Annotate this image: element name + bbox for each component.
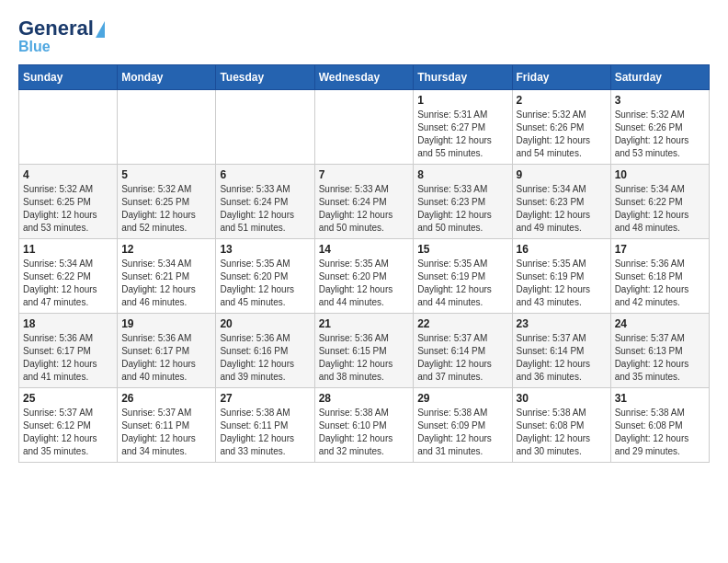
day-number: 8 — [417, 168, 507, 181]
calendar-cell: 19Sunrise: 5:36 AM Sunset: 6:17 PM Dayli… — [118, 314, 216, 388]
day-info: Sunrise: 5:32 AM Sunset: 6:25 PM Dayligh… — [121, 183, 211, 235]
day-info: Sunrise: 5:33 AM Sunset: 6:23 PM Dayligh… — [417, 183, 507, 235]
calendar-cell — [216, 90, 314, 165]
logo-blue: Blue — [18, 39, 51, 55]
logo-triangle-icon — [96, 21, 105, 38]
day-info: Sunrise: 5:36 AM Sunset: 6:15 PM Dayligh… — [319, 332, 410, 384]
calendar-cell: 31Sunrise: 5:38 AM Sunset: 6:08 PM Dayli… — [610, 388, 709, 463]
calendar-week-2: 4Sunrise: 5:32 AM Sunset: 6:25 PM Daylig… — [19, 165, 710, 239]
day-number: 19 — [121, 317, 211, 330]
day-number: 17 — [615, 243, 705, 256]
calendar-cell — [118, 90, 216, 165]
calendar-header-row: SundayMondayTuesdayWednesdayThursdayFrid… — [19, 65, 710, 90]
day-number: 6 — [220, 168, 310, 181]
calendar-week-4: 18Sunrise: 5:36 AM Sunset: 6:17 PM Dayli… — [19, 314, 710, 388]
calendar-cell: 27Sunrise: 5:38 AM Sunset: 6:11 PM Dayli… — [216, 388, 314, 463]
day-info: Sunrise: 5:38 AM Sunset: 6:10 PM Dayligh… — [319, 407, 410, 458]
day-info: Sunrise: 5:38 AM Sunset: 6:11 PM Dayligh… — [220, 407, 310, 458]
calendar-week-5: 25Sunrise: 5:37 AM Sunset: 6:12 PM Dayli… — [19, 388, 710, 463]
day-info: Sunrise: 5:37 AM Sunset: 6:13 PM Dayligh… — [615, 332, 705, 384]
day-number: 21 — [319, 317, 410, 330]
day-info: Sunrise: 5:34 AM Sunset: 6:22 PM Dayligh… — [615, 183, 705, 235]
day-number: 4 — [23, 168, 113, 181]
header-wednesday: Wednesday — [314, 65, 414, 90]
day-info: Sunrise: 5:34 AM Sunset: 6:22 PM Dayligh… — [23, 258, 113, 309]
calendar-cell: 8Sunrise: 5:33 AM Sunset: 6:23 PM Daylig… — [414, 165, 512, 239]
calendar-cell: 20Sunrise: 5:36 AM Sunset: 6:16 PM Dayli… — [216, 314, 314, 388]
calendar-cell: 2Sunrise: 5:32 AM Sunset: 6:26 PM Daylig… — [512, 90, 610, 165]
header-sunday: Sunday — [19, 65, 118, 90]
day-info: Sunrise: 5:32 AM Sunset: 6:25 PM Dayligh… — [23, 183, 113, 235]
calendar-cell: 12Sunrise: 5:34 AM Sunset: 6:21 PM Dayli… — [118, 239, 216, 314]
day-number: 1 — [417, 94, 507, 107]
day-number: 24 — [615, 317, 705, 330]
calendar-cell: 25Sunrise: 5:37 AM Sunset: 6:12 PM Dayli… — [19, 388, 118, 463]
calendar-cell: 21Sunrise: 5:36 AM Sunset: 6:15 PM Dayli… — [314, 314, 414, 388]
day-info: Sunrise: 5:36 AM Sunset: 6:16 PM Dayligh… — [220, 332, 310, 384]
calendar-cell: 5Sunrise: 5:32 AM Sunset: 6:25 PM Daylig… — [118, 165, 216, 239]
day-info: Sunrise: 5:36 AM Sunset: 6:17 PM Dayligh… — [121, 332, 211, 384]
calendar-cell: 30Sunrise: 5:38 AM Sunset: 6:08 PM Dayli… — [512, 388, 610, 463]
day-number: 27 — [220, 392, 310, 405]
day-number: 2 — [517, 94, 607, 107]
logo-general: General — [18, 18, 94, 39]
day-info: Sunrise: 5:33 AM Sunset: 6:24 PM Dayligh… — [319, 183, 410, 235]
calendar-cell: 15Sunrise: 5:35 AM Sunset: 6:19 PM Dayli… — [414, 239, 512, 314]
header-thursday: Thursday — [414, 65, 512, 90]
calendar-cell: 26Sunrise: 5:37 AM Sunset: 6:11 PM Dayli… — [118, 388, 216, 463]
calendar-cell: 3Sunrise: 5:32 AM Sunset: 6:26 PM Daylig… — [610, 90, 709, 165]
calendar-table: SundayMondayTuesdayWednesdayThursdayFrid… — [18, 64, 710, 463]
day-number: 22 — [417, 317, 507, 330]
calendar-cell: 13Sunrise: 5:35 AM Sunset: 6:20 PM Dayli… — [216, 239, 314, 314]
calendar-cell: 16Sunrise: 5:35 AM Sunset: 6:19 PM Dayli… — [512, 239, 610, 314]
calendar-cell: 9Sunrise: 5:34 AM Sunset: 6:23 PM Daylig… — [512, 165, 610, 239]
day-number: 29 — [417, 392, 507, 405]
header-saturday: Saturday — [610, 65, 709, 90]
day-info: Sunrise: 5:37 AM Sunset: 6:11 PM Dayligh… — [121, 407, 211, 458]
day-number: 5 — [121, 168, 211, 181]
day-number: 12 — [121, 243, 211, 256]
day-number: 30 — [517, 392, 607, 405]
day-number: 9 — [517, 168, 607, 181]
day-number: 25 — [23, 392, 113, 405]
day-number: 11 — [23, 243, 113, 256]
calendar-cell: 29Sunrise: 5:38 AM Sunset: 6:09 PM Dayli… — [414, 388, 512, 463]
day-number: 26 — [121, 392, 211, 405]
calendar-cell: 14Sunrise: 5:35 AM Sunset: 6:20 PM Dayli… — [314, 239, 414, 314]
day-info: Sunrise: 5:35 AM Sunset: 6:19 PM Dayligh… — [517, 258, 607, 309]
calendar-cell: 6Sunrise: 5:33 AM Sunset: 6:24 PM Daylig… — [216, 165, 314, 239]
header-tuesday: Tuesday — [216, 65, 314, 90]
day-info: Sunrise: 5:38 AM Sunset: 6:09 PM Dayligh… — [417, 407, 507, 458]
calendar-cell: 18Sunrise: 5:36 AM Sunset: 6:17 PM Dayli… — [19, 314, 118, 388]
day-info: Sunrise: 5:31 AM Sunset: 6:27 PM Dayligh… — [417, 109, 507, 160]
calendar-cell: 23Sunrise: 5:37 AM Sunset: 6:14 PM Dayli… — [512, 314, 610, 388]
day-number: 13 — [220, 243, 310, 256]
logo: General Blue — [18, 18, 105, 55]
header-friday: Friday — [512, 65, 610, 90]
calendar-cell — [19, 90, 118, 165]
day-number: 18 — [23, 317, 113, 330]
calendar-cell — [314, 90, 414, 165]
day-info: Sunrise: 5:36 AM Sunset: 6:17 PM Dayligh… — [23, 332, 113, 384]
header-monday: Monday — [118, 65, 216, 90]
day-info: Sunrise: 5:35 AM Sunset: 6:20 PM Dayligh… — [319, 258, 410, 309]
day-info: Sunrise: 5:37 AM Sunset: 6:14 PM Dayligh… — [417, 332, 507, 384]
day-info: Sunrise: 5:38 AM Sunset: 6:08 PM Dayligh… — [517, 407, 607, 458]
day-number: 15 — [417, 243, 507, 256]
day-info: Sunrise: 5:32 AM Sunset: 6:26 PM Dayligh… — [615, 109, 705, 160]
day-info: Sunrise: 5:36 AM Sunset: 6:18 PM Dayligh… — [615, 258, 705, 309]
day-info: Sunrise: 5:34 AM Sunset: 6:23 PM Dayligh… — [517, 183, 607, 235]
calendar-cell: 28Sunrise: 5:38 AM Sunset: 6:10 PM Dayli… — [314, 388, 414, 463]
day-number: 28 — [319, 392, 410, 405]
calendar-cell: 1Sunrise: 5:31 AM Sunset: 6:27 PM Daylig… — [414, 90, 512, 165]
calendar-cell: 11Sunrise: 5:34 AM Sunset: 6:22 PM Dayli… — [19, 239, 118, 314]
calendar-week-1: 1Sunrise: 5:31 AM Sunset: 6:27 PM Daylig… — [19, 90, 710, 165]
day-info: Sunrise: 5:33 AM Sunset: 6:24 PM Dayligh… — [220, 183, 310, 235]
calendar-cell: 4Sunrise: 5:32 AM Sunset: 6:25 PM Daylig… — [19, 165, 118, 239]
calendar-cell: 10Sunrise: 5:34 AM Sunset: 6:22 PM Dayli… — [610, 165, 709, 239]
calendar-cell: 24Sunrise: 5:37 AM Sunset: 6:13 PM Dayli… — [610, 314, 709, 388]
page-header: General Blue — [18, 18, 710, 55]
day-info: Sunrise: 5:37 AM Sunset: 6:12 PM Dayligh… — [23, 407, 113, 458]
calendar-cell: 7Sunrise: 5:33 AM Sunset: 6:24 PM Daylig… — [314, 165, 414, 239]
day-info: Sunrise: 5:38 AM Sunset: 6:08 PM Dayligh… — [615, 407, 705, 458]
